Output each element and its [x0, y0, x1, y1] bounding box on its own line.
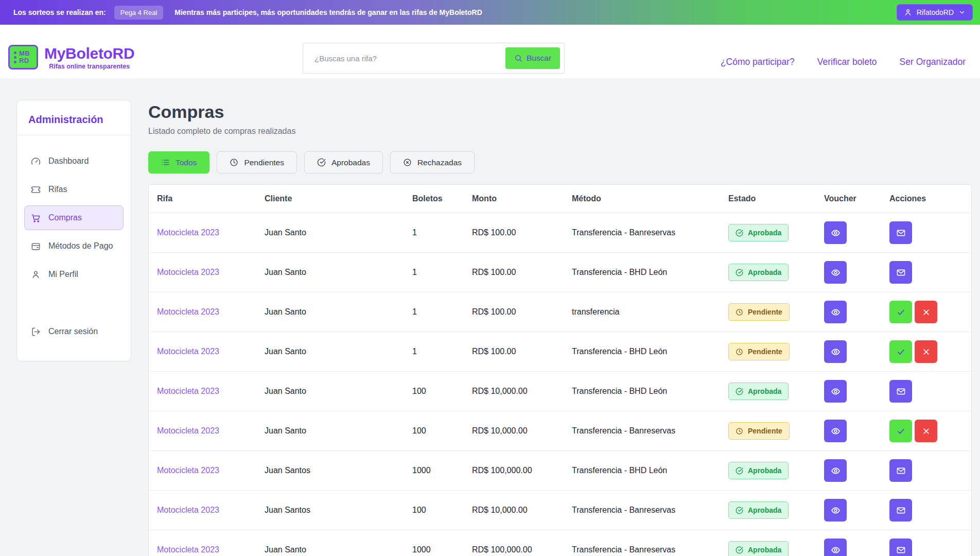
sidebar-item-rifas[interactable]: Rifas: [24, 177, 124, 202]
divider: [17, 135, 131, 135]
approve-button[interactable]: [889, 301, 912, 323]
nav-link-como-participar[interactable]: ¿Cómo participar?: [721, 57, 795, 67]
status-badge: Aprobada: [728, 224, 789, 241]
view-voucher-button[interactable]: [824, 380, 847, 403]
table-body: Motocicleta 2023Juan Santo1RD$ 100.00Tra…: [149, 213, 971, 556]
raffle-link[interactable]: Motocicleta 2023: [157, 466, 265, 475]
search-button[interactable]: Buscar: [505, 47, 560, 69]
reject-button[interactable]: [915, 420, 937, 442]
account-menu-button[interactable]: RifatodoRD: [897, 4, 973, 21]
check-circle-icon: [736, 467, 743, 475]
cell-boletos: 100: [412, 426, 472, 436]
search-input[interactable]: [307, 47, 505, 69]
check-circle-icon: [736, 546, 743, 554]
send-email-button[interactable]: [889, 538, 912, 556]
cell-estado: Aprobada: [728, 462, 824, 479]
status-label: Pendiente: [748, 308, 782, 316]
cell-monto: RD$ 100,000.00: [472, 466, 572, 475]
raffle-link[interactable]: Motocicleta 2023: [157, 347, 265, 356]
nav-link-verificar-boleto[interactable]: Verificar boleto: [817, 57, 877, 67]
logo-dots-icon: [14, 51, 16, 63]
view-voucher-button[interactable]: [824, 261, 847, 284]
mail-icon: [896, 387, 906, 396]
view-voucher-button[interactable]: [824, 499, 847, 522]
table-row: Motocicleta 2023Juan Santo1RD$ 100.00Tra…: [149, 252, 971, 292]
eye-icon: [831, 466, 841, 476]
cell-estado: Aprobada: [728, 501, 824, 519]
cell-boletos: 1000: [412, 545, 472, 554]
raffle-link[interactable]: Motocicleta 2023: [157, 545, 265, 554]
raffle-link[interactable]: Motocicleta 2023: [157, 268, 265, 277]
sidebar-item-metodos-de-pago[interactable]: Métodos de Pago: [24, 234, 124, 258]
column-header-acciones: Acciones: [889, 194, 971, 203]
mail-icon: [896, 506, 906, 515]
check-circle-icon: [736, 269, 743, 276]
sidebar-item-dashboard[interactable]: Dashboard: [24, 149, 124, 173]
clock-icon: [736, 348, 743, 356]
view-voucher-button[interactable]: [824, 459, 847, 482]
eye-icon: [831, 347, 841, 357]
view-voucher-button[interactable]: [824, 538, 847, 556]
banner-prefix: Los sorteos se realizan en:: [13, 8, 106, 16]
sidebar-item-label: Cerrar sesión: [48, 327, 98, 336]
cell-metodo: Transferencia - BHD León: [572, 347, 728, 356]
filter-pendientes[interactable]: Pendientes: [217, 151, 297, 173]
cell-voucher: [824, 261, 889, 284]
cell-acciones: [889, 301, 971, 323]
cell-voucher: [824, 499, 889, 522]
approve-button[interactable]: [889, 420, 912, 442]
send-email-button[interactable]: [889, 221, 912, 244]
status-badge: Aprobada: [728, 541, 789, 556]
view-voucher-button[interactable]: [824, 301, 847, 323]
status-badge: Pendiente: [728, 303, 790, 321]
logo-abbr: MB RD: [19, 50, 32, 64]
sidebar-item-mi-perfil[interactable]: Mi Perfil: [24, 262, 124, 287]
cell-estado: Pendiente: [728, 303, 824, 321]
approve-button[interactable]: [889, 340, 912, 363]
filter-rechazadas[interactable]: Rechazadas: [390, 151, 475, 173]
reject-button[interactable]: [915, 340, 937, 363]
table-row: Motocicleta 2023Juan Santo100RD$ 10,000.…: [149, 411, 971, 450]
logo[interactable]: MB RD MyBoletoRD Rifas online transparen…: [8, 45, 134, 70]
send-email-button[interactable]: [889, 261, 912, 284]
sidebar-item-cerrar-sesion[interactable]: Cerrar sesión: [24, 319, 124, 344]
view-voucher-button[interactable]: [824, 420, 847, 442]
column-header-rifa: Rifa: [157, 194, 265, 203]
cell-monto: RD$ 100.00: [472, 228, 572, 237]
top-banner: Los sorteos se realizan en: Pega 4 Real …: [0, 0, 980, 25]
view-voucher-button[interactable]: [824, 221, 847, 244]
view-voucher-button[interactable]: [824, 340, 847, 363]
list-icon: [161, 158, 170, 167]
sidebar-item-label: Dashboard: [48, 157, 89, 166]
filter-aprobadas[interactable]: Aprobadas: [304, 151, 383, 173]
status-label: Pendiente: [748, 427, 782, 435]
cell-monto: RD$ 10,000.00: [472, 426, 572, 436]
send-email-button[interactable]: [889, 499, 912, 522]
header-nav: ¿Cómo participar?Verificar boletoSer Org…: [721, 57, 966, 67]
send-email-button[interactable]: [889, 380, 912, 403]
reject-button[interactable]: [915, 301, 937, 323]
filter-label: Todos: [176, 158, 197, 167]
raffle-link[interactable]: Motocicleta 2023: [157, 506, 265, 515]
raffle-link[interactable]: Motocicleta 2023: [157, 387, 265, 396]
raffle-link[interactable]: Motocicleta 2023: [157, 228, 265, 237]
nav-link-ser-organizador[interactable]: Ser Organizador: [900, 57, 966, 67]
chevron-down-icon: [958, 9, 966, 16]
raffle-link[interactable]: Motocicleta 2023: [157, 307, 265, 317]
send-email-button[interactable]: [889, 459, 912, 482]
gauge-icon: [31, 157, 41, 166]
cell-monto: RD$ 10,000.00: [472, 506, 572, 515]
raffle-link[interactable]: Motocicleta 2023: [157, 426, 265, 436]
brand-block: MyBoletoRD Rifas online transparentes: [44, 45, 134, 70]
cell-monto: RD$ 100.00: [472, 268, 572, 277]
search-button-label: Buscar: [527, 54, 551, 63]
cell-estado: Pendiente: [728, 422, 824, 440]
account-name: RifatodoRD: [917, 8, 954, 16]
sidebar-item-compras[interactable]: Compras: [24, 205, 124, 230]
cell-cliente: Juan Santo: [265, 307, 412, 317]
cell-metodo: Transferencia - Banreservas: [572, 545, 728, 554]
cell-cliente: Juan Santo: [265, 387, 412, 396]
mail-icon: [896, 228, 906, 238]
filter-todos[interactable]: Todos: [148, 151, 209, 173]
cell-acciones: [889, 380, 971, 403]
